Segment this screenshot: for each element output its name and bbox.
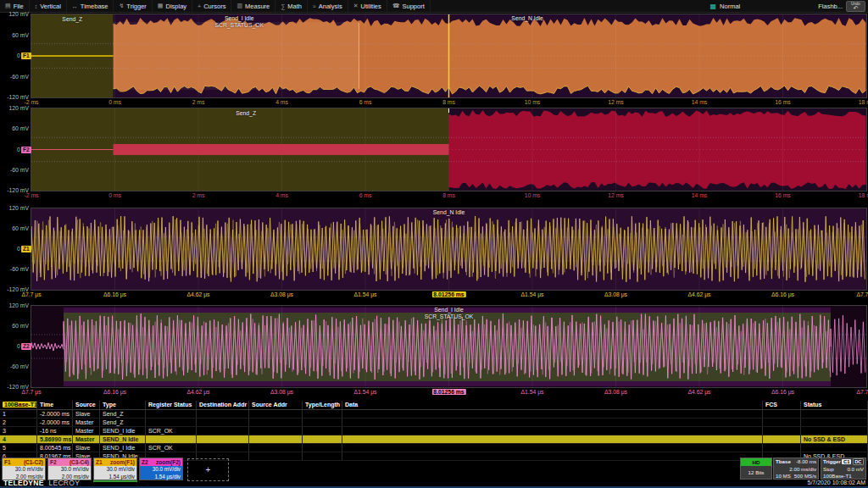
table-row[interactable]: 3-16 nsMasterSEND_I IdleSCR_OK [0,427,868,435]
channel-marker-f2[interactable]: F2 [21,147,31,153]
column-header[interactable]: Data [342,401,763,409]
column-header[interactable]: Type/Length [303,401,342,409]
decode-region-label: SCR_STATUS_OK [214,22,264,28]
display-mode-label[interactable]: Normal [720,3,740,10]
table-cell-fcs [763,419,801,426]
menu-item-label: File [14,3,24,10]
descriptor-tscale: 1.54 μs/div [94,474,136,481]
table-cell-data [342,419,763,426]
trace-descriptor-f1[interactable]: F1(C1-C2)30.0 mV/div2.00 ms/div [2,458,46,480]
table-cell-time: -2.0000 ms [37,410,73,418]
channel-marker-f1[interactable]: F1 [21,53,31,59]
menu-item-utilities[interactable]: ✕Utilities [348,0,387,12]
menu-item-math[interactable]: ∑Math [275,0,308,12]
waveform-plot-z1[interactable] [31,208,866,290]
trace-descriptor-z2[interactable]: Z2zoom(F2)30.0 mV/div1.54 μs/div [139,458,183,480]
protocol-tag[interactable]: 100Base-T1 [3,402,37,408]
undo-icon: ↶ [854,6,859,10]
menu-bar: ▤File↕Vertical↔Timebase↯Trigger▦Display+… [0,0,868,13]
cursors-icon: + [198,3,201,9]
menu-item-trigger[interactable]: ↯Trigger [114,0,152,12]
x-axis-label: 18 ms [859,99,868,105]
column-header[interactable]: Destination Addr [197,401,249,409]
descriptor-detail: zoom(F1) [110,459,135,465]
trace-descriptor-z1[interactable]: Z1zoom(F1)30.0 mV/div1.54 μs/div [93,458,137,480]
menu-item-cursors[interactable]: +Cursors [192,0,231,12]
menu-item-analysis[interactable]: ≈Analysis [308,0,348,12]
utilities-icon: ✕ [353,3,359,9]
table-cell-register_status [146,419,197,426]
x-axis-label: Δ4.62 μs [688,291,711,297]
menu-item-label: Math [287,3,302,10]
channel-marker-z2[interactable]: Z2 [21,343,31,350]
table-cell-no: 2 [0,419,37,426]
table-cell-destination_addr [197,427,249,435]
table-row[interactable]: 58.00545 msSlaveSEND_I IdleSCR_OK [0,444,868,452]
table-cell-data [342,435,763,443]
column-header[interactable]: Time [37,401,73,409]
descriptor-header: Z1zoom(F1) [94,458,136,466]
x-axis-label: Δ3.08 μs [604,291,627,297]
y-axis-label: 120 mV [0,105,29,111]
x-axis-label: 8 ms [442,192,455,198]
table-cell-time: -16 ns [37,427,73,435]
channel-marker-z1[interactable]: Z1 [21,246,31,252]
y-axis-label: 120 mV [0,205,29,211]
table-cell-no: 3 [0,427,37,435]
menu-item-timebase[interactable]: ↔Timebase [67,0,114,12]
grid-z1: 120 mV60 mV0 μV-60 mV-120 mVΔ7.7 μsΔ6.16… [0,208,868,301]
table-cell-destination_addr [197,444,249,452]
descriptor-id: F1 [4,459,11,465]
menu-item-vertical[interactable]: ↕Vertical [30,0,67,12]
flashback-button[interactable]: Flashb... [818,3,843,10]
table-row[interactable]: 2-2.0000 msMasterSend_Z [0,419,868,427]
table-cell-time: 8.00545 ms [37,444,73,452]
waveform-plot-f2[interactable] [31,108,866,191]
table-row[interactable]: 45.86990 msMasterSEND_N IdleNo SSD & ESD [0,435,868,444]
column-header[interactable]: Status [801,401,868,409]
table-cell-no: 5 [0,444,37,452]
decode-region-label: SCR_STATUS_OK [425,313,474,319]
table-row[interactable]: 1-2.0000 msSlaveSend_Z [0,410,868,419]
table-cell-type: Send_Z [100,419,146,426]
trigger-mode: Stop [823,466,834,474]
x-axis-label: Δ3.08 μs [604,389,627,395]
decode-region-label: Send_Z [236,110,256,116]
grid-f1: 120 mV60 mV0 μV-60 mV-120 mV-2 ms0 ms2 m… [0,14,868,108]
timebase-box[interactable]: Tbase -8.00 ms 2.00 ms/div 10 MS 500 MS/… [773,458,819,480]
descriptor-id: Z1 [96,459,103,465]
column-header[interactable]: FCS [763,401,801,409]
menu-item-support[interactable]: ☎Support [387,0,431,12]
column-header[interactable]: Type [100,401,146,409]
table-cell-data [342,452,763,460]
support-icon: ☎ [392,3,400,9]
table-cell-status: No SSD & ESD [801,435,868,443]
menu-item-label: Timebase [81,3,108,10]
undo-button[interactable]: Undo ↶ [846,1,865,12]
x-axis-label: 0 ms [108,99,121,105]
descriptor-vscale: 30.0 mV/div [3,466,45,474]
trigger-box[interactable]: Trigger C1 DC Stop 0.0 mV 100Base-T1 [821,458,866,480]
waveform-plot-f1[interactable] [31,14,866,97]
oscilloscope-screen: ▤File↕Vertical↔Timebase↯Trigger▦Display+… [0,0,868,488]
y-axis-label: 120 mV [0,11,29,17]
menu-item-display[interactable]: ▦Display [153,0,192,12]
x-axis-label: 18 ms [859,192,868,198]
display-icon: ▦ [158,3,164,9]
decode-table: 100Base-T1TimeSourceTypeRegister StatusD… [0,401,868,461]
column-header[interactable]: Register Status [146,401,197,409]
column-header[interactable]: Source [73,401,100,409]
add-trace-button[interactable]: + [187,458,229,481]
x-axis-label: 6 ms [359,192,372,198]
menu-item-label: Utilities [361,3,381,10]
trace-descriptor-f2[interactable]: F2(C3-C4)30.0 mV/div2.00 ms/div [47,458,92,480]
column-header[interactable]: Source Addr [249,401,303,409]
menu-item-file[interactable]: ▤File [0,0,30,12]
vertical-icon: ↕ [35,3,38,9]
menu-right: ▦ Normal Flashb... Undo ↶ [710,1,868,12]
timebase-scale: 2.00 ms/div [789,466,816,474]
menu-item-measure[interactable]: ▥Measure [231,0,275,12]
table-cell-type_length [303,435,342,443]
hd-mode-box[interactable]: HD 12 Bits [740,458,772,480]
x-axis-label: Δ4.62 μs [187,291,210,297]
